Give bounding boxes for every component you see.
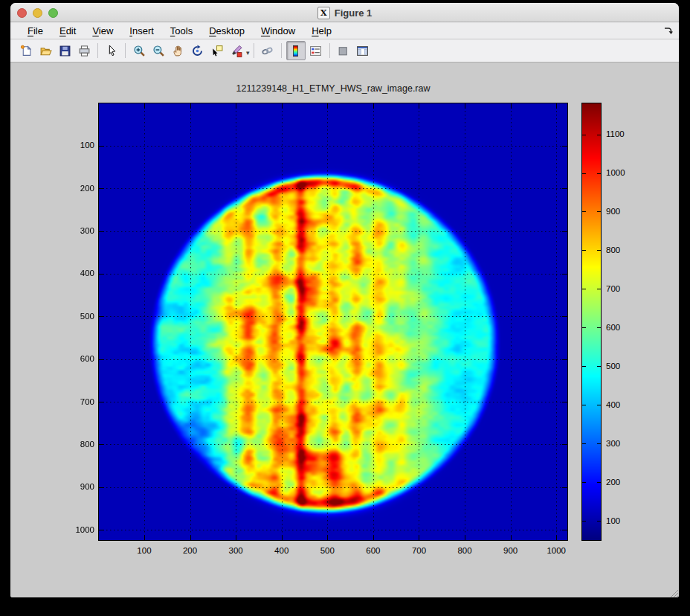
legend-icon	[309, 45, 322, 57]
window-titlebar[interactable]: X Figure 1	[10, 3, 679, 22]
toolbar-separator	[329, 43, 330, 58]
x11-app-icon: X	[317, 7, 330, 19]
show-plot-tools-button[interactable]	[354, 42, 372, 60]
x-tick-label: 1000	[540, 546, 573, 556]
zoom-out-button[interactable]	[149, 42, 167, 60]
x-tick-label: 900	[494, 546, 527, 556]
colorbar-tick-label: 500	[606, 362, 620, 371]
toolbar: ▾	[10, 39, 679, 62]
brush-dropdown-caret[interactable]: ▾	[246, 49, 250, 57]
colorbar-gradient	[582, 103, 601, 540]
y-tick-label: 300	[65, 226, 94, 236]
zoom-in-button[interactable]	[130, 42, 148, 60]
brush-data-button[interactable]	[227, 42, 245, 60]
pointer-arrow-icon	[106, 45, 118, 57]
y-tick-label: 100	[65, 141, 94, 150]
x-tick-label: 100	[128, 546, 161, 556]
edit-plot-button[interactable]	[103, 42, 120, 60]
colorbar-tick-label: 900	[606, 207, 620, 216]
colorbar-tick-label: 600	[606, 323, 620, 333]
x-tick-label: 700	[402, 546, 435, 556]
colorbar-tick-label: 100	[606, 516, 620, 526]
x-tick-label: 800	[448, 546, 481, 556]
save-floppy-icon	[59, 45, 71, 57]
menu-item-help[interactable]: Help	[303, 25, 340, 36]
y-tick-label: 400	[65, 269, 94, 278]
close-button[interactable]	[17, 8, 27, 18]
colorbar-tick-label: 400	[606, 400, 620, 410]
print-figure-button[interactable]	[75, 42, 93, 60]
window-title-group: X Figure 1	[10, 3, 679, 22]
printer-icon	[78, 45, 91, 57]
traffic-lights	[17, 3, 58, 22]
insert-colorbar-button[interactable]	[286, 41, 306, 60]
y-tick-label: 700	[65, 397, 94, 407]
toolbar-separator	[254, 43, 254, 58]
menu-item-window[interactable]: Window	[253, 25, 303, 36]
window-resize-grip[interactable]	[668, 587, 678, 597]
zoom-in-icon	[133, 45, 146, 57]
pan-button[interactable]	[169, 42, 187, 60]
new-document-icon	[20, 45, 33, 57]
open-file-button[interactable]	[36, 42, 54, 60]
menu-item-file[interactable]: File	[19, 25, 51, 36]
colorbar-icon	[289, 45, 302, 57]
colorbar	[582, 103, 601, 540]
show-plot-tools-icon	[356, 45, 369, 57]
colorbar-tick-label: 1000	[606, 168, 625, 178]
plot-title: 1211239148_H1_ETMY_HWS_raw_image.raw	[99, 83, 567, 94]
colorbar-tick-label: 300	[606, 439, 620, 449]
toolbar-separator	[125, 43, 126, 58]
toolbar-separator	[97, 43, 98, 58]
new-figure-button[interactable]	[17, 42, 35, 60]
colorbar-tick-label: 800	[606, 246, 620, 255]
hide-plot-tools-button[interactable]	[335, 42, 352, 60]
y-tick-label: 800	[65, 440, 94, 449]
minimize-button[interactable]	[33, 8, 42, 18]
menu-item-view[interactable]: View	[84, 25, 121, 36]
hand-icon	[172, 45, 184, 57]
y-tick-label: 900	[65, 482, 94, 492]
x-tick-label: 300	[219, 546, 252, 556]
y-tick-label: 600	[65, 354, 94, 364]
menu-item-edit[interactable]: Edit	[51, 25, 84, 36]
menu-overflow-icon[interactable]	[663, 25, 674, 36]
rotate-3d-icon	[191, 45, 204, 57]
colorbar-tick-label: 1100	[606, 129, 625, 139]
hide-plot-tools-icon	[337, 45, 349, 57]
link-icon	[261, 45, 274, 57]
link-plot-button[interactable]	[259, 42, 277, 60]
x-tick-label: 400	[265, 546, 298, 556]
toolbar-separator	[281, 43, 282, 58]
data-cursor-button[interactable]	[207, 42, 225, 60]
plot-axes[interactable]	[99, 103, 567, 540]
menu-item-insert[interactable]: Insert	[121, 25, 162, 36]
menu-bar: FileEditViewInsertToolsDesktopWindowHelp	[10, 22, 679, 39]
figure-window: X Figure 1 FileEditViewInsertToolsDeskto…	[10, 3, 679, 597]
rotate-3d-button[interactable]	[188, 42, 206, 60]
x-tick-label: 600	[357, 546, 390, 556]
open-folder-icon	[39, 45, 52, 57]
y-tick-label: 200	[65, 184, 94, 193]
window-title: Figure 1	[335, 7, 373, 19]
brush-icon	[230, 45, 242, 57]
colorbar-tick-label: 200	[606, 478, 620, 487]
grid-overlay	[99, 103, 567, 540]
x-tick-label: 200	[174, 546, 207, 556]
figure-canvas-area: 1211239148_H1_ETMY_HWS_raw_image.raw 100…	[10, 62, 679, 597]
x-tick-label: 500	[311, 546, 344, 556]
data-cursor-icon	[210, 45, 223, 57]
zoom-button[interactable]	[48, 8, 58, 18]
zoom-out-icon	[152, 45, 165, 57]
insert-legend-button[interactable]	[307, 42, 325, 60]
menu-item-tools[interactable]: Tools	[162, 25, 201, 36]
save-figure-button[interactable]	[56, 42, 74, 60]
colorbar-tick-label: 700	[606, 284, 620, 294]
y-tick-label: 500	[65, 312, 94, 321]
y-tick-label: 1000	[65, 525, 94, 535]
menu-item-desktop[interactable]: Desktop	[201, 25, 253, 36]
